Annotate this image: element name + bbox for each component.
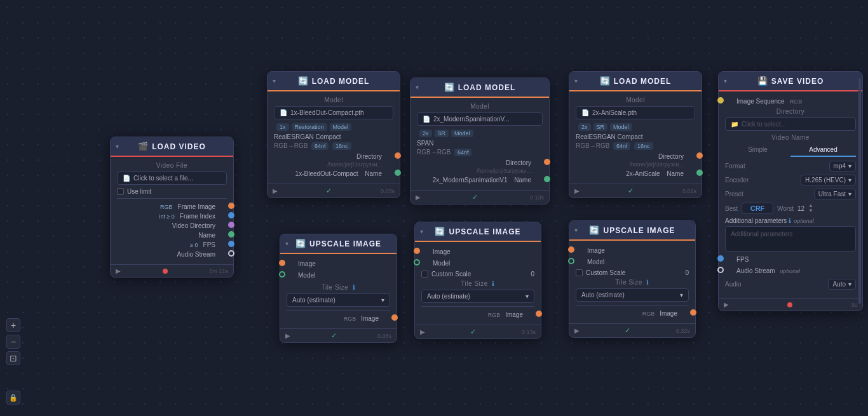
fit-button[interactable]: ⊡ [6, 351, 20, 365]
load-model-3-node: ▾ 🔄 LOAD MODEL Model 📄 2x-AniScale.pth 2… [569, 71, 702, 198]
play-btn-u2[interactable]: ▶ [420, 328, 425, 335]
additional-params-input-sv[interactable]: Additional parameters [725, 226, 856, 252]
custom-scale-checkbox-u2[interactable]: Custom Scale 0 [421, 271, 534, 278]
dropdown-arrow-u2: ▾ [526, 293, 529, 300]
tile-size-select-u2[interactable]: Auto (estimate) ▾ [421, 290, 534, 303]
fps-label-sv: FPS [736, 256, 749, 263]
format-row-lm2: RGB→RGB 64nf [417, 149, 543, 156]
exec-time-lm1: 0.03s [381, 188, 395, 194]
video-directory-port[interactable] [228, 222, 234, 228]
name-port-lm1[interactable] [395, 170, 401, 176]
audio-stream-port[interactable] [228, 250, 234, 257]
zoom-out-button[interactable]: − [6, 335, 20, 349]
directory-port-lm2[interactable] [544, 159, 550, 165]
collapse-btn-u3[interactable]: ▾ [574, 227, 578, 234]
play-btn-lm2[interactable]: ▶ [416, 194, 421, 201]
collapse-btn-sv[interactable]: ▾ [724, 77, 727, 84]
dropdown-arrow-u1: ▾ [381, 297, 384, 304]
tab-advanced-sv[interactable]: Advanced [790, 144, 856, 157]
check-icon-lm1: ✓ [326, 187, 332, 195]
format-label-sv: Format [725, 163, 745, 170]
model-value-lm3: 2x-AniScale.pth [592, 109, 637, 116]
frame-image-port[interactable] [228, 203, 234, 209]
model-field-lm3[interactable]: 📄 2x-AniScale.pth [576, 106, 695, 119]
play-btn-u1[interactable]: ▶ [285, 332, 290, 339]
name-port-lm2[interactable] [544, 176, 550, 182]
image-in-port-u1[interactable] [279, 260, 285, 266]
tag-model: Model [330, 123, 352, 131]
image-seq-port-sv[interactable] [717, 97, 724, 104]
crf-stepper-sv[interactable]: ▲ ▼ [808, 203, 813, 213]
frame-index-port-row: int ≥ 0 Frame Index [117, 211, 227, 221]
tab-simple-sv[interactable]: Simple [725, 144, 790, 157]
name-port[interactable] [228, 231, 234, 238]
exec-time-sv: 3s [851, 302, 857, 308]
video-file-label: Video File [117, 162, 227, 169]
tile-size-select-u3[interactable]: Auto (estimate) ▾ [576, 288, 689, 302]
tile-size-select-u1[interactable]: Auto (estimate) ▾ [287, 293, 390, 307]
model-in-port-u3[interactable] [568, 258, 574, 264]
directory-port-lm1[interactable] [395, 152, 401, 159]
collapse-btn-u2[interactable]: ▾ [420, 228, 423, 235]
model-field-lm2[interactable]: 📄 2x_ModernSpanimationV... [417, 112, 543, 126]
format-row-lm1: RGB→RGB 64nf 16nc [274, 142, 393, 149]
use-limit-checkbox[interactable]: Use limit [117, 188, 227, 195]
image-in-port-u3[interactable] [568, 246, 574, 253]
tag-2x-lm3: 2x [578, 123, 591, 131]
fps-in-port-sv[interactable] [717, 255, 724, 262]
fps-port[interactable] [228, 241, 234, 247]
image-in-port-u2[interactable] [414, 248, 420, 254]
zoom-in-button[interactable]: + [6, 318, 20, 332]
model-label-lm2: Model [417, 103, 543, 110]
file-icon: 📄 [123, 175, 130, 182]
tile-size-help-u3: ℹ [646, 279, 649, 286]
node-canvas: ▾ 🎬 LOAD VIDEO Video File 📄 Click to sel… [0, 0, 868, 416]
collapse-btn-lm3[interactable]: ▾ [574, 77, 578, 84]
audio-stream-port-sv[interactable] [717, 267, 724, 273]
status-indicator-sv [787, 302, 792, 307]
name-port-lm3[interactable] [696, 170, 703, 176]
preset-select-sv[interactable]: Ultra Fast ▾ [814, 189, 856, 199]
video-name-label-sv: Video Name [725, 134, 856, 141]
play-btn-lm3[interactable]: ▶ [574, 187, 580, 194]
video-icon: 🎬 [138, 142, 148, 151]
play-btn[interactable]: ▶ [116, 267, 121, 274]
play-btn-sv[interactable]: ▶ [724, 301, 729, 308]
video-file-placeholder: Click to select a file... [133, 175, 193, 182]
upscale-3-footer: ▶ ✓ 0.32s [569, 323, 695, 337]
upscale-2-header: ▾ 🔄 UPSCALE IMAGE [415, 222, 541, 242]
folder-icon-sv: 📁 [731, 121, 738, 128]
audio-select-sv[interactable]: Auto ▾ [828, 279, 856, 290]
additional-params-header-sv: Additional parameters ℹ optional [725, 217, 856, 224]
collapse-btn-lm1[interactable]: ▾ [273, 77, 276, 84]
directory-field-sv[interactable]: 📁 Click to select... [725, 117, 856, 131]
dir-path-lm2: /home/jorj/Загрузки... [417, 168, 543, 174]
format-select-sv[interactable]: mp4 ▾ [829, 161, 856, 171]
image-out-port-u3[interactable] [690, 309, 696, 316]
video-file-input[interactable]: 📄 Click to select a file... [117, 171, 227, 185]
save-video-node: ▾ 💾 SAVE VIDEO Image Sequence RGB Direct… [718, 71, 863, 311]
encoder-select-sv[interactable]: H.265 (HEVC) ▾ [801, 175, 856, 185]
collapse-btn-lm2[interactable]: ▾ [416, 84, 419, 91]
crf-down-btn[interactable]: ▼ [808, 208, 813, 213]
image-out-port-u1[interactable] [391, 314, 398, 321]
load-model-1-body: Model 📄 1x-BleedOut-Compact.pth 1x Resto… [268, 91, 400, 184]
collapse-btn[interactable]: ▾ [116, 143, 119, 150]
preset-label-sv: Preset [725, 191, 743, 198]
load-video-body: Video File 📄 Click to select a file... U… [111, 157, 233, 264]
custom-scale-checkbox-u3[interactable]: Custom Scale 0 [576, 269, 689, 276]
lock-button[interactable]: 🔒 [6, 391, 20, 405]
sep-u1 [287, 310, 390, 311]
play-btn-lm1[interactable]: ▶ [273, 187, 278, 194]
frame-index-port[interactable] [228, 212, 234, 218]
model-in-port-u1[interactable] [279, 271, 285, 278]
directory-port-lm3[interactable] [696, 152, 703, 159]
image-out-port-u2[interactable] [536, 311, 542, 317]
collapse-btn-u1[interactable]: ▾ [285, 240, 288, 247]
play-btn-u3[interactable]: ▶ [574, 327, 580, 334]
name-out-label-lm2: Name [514, 177, 531, 184]
upscale-2-title: UPSCALE IMAGE [449, 227, 520, 236]
model-in-port-u2[interactable] [414, 259, 420, 265]
crf-input-sv[interactable]: CRF [742, 203, 773, 214]
model-field-lm1[interactable]: 📄 1x-BleedOut-Compact.pth [274, 106, 393, 119]
